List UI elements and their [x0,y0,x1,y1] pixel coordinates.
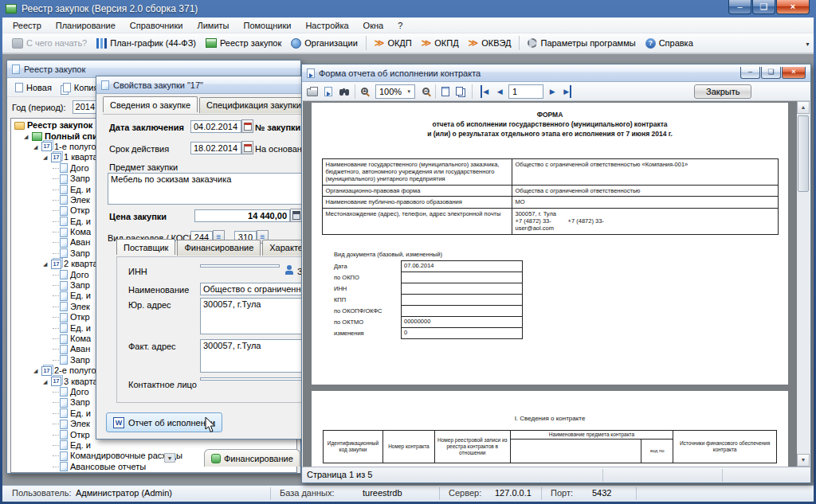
first-page-button[interactable]: ◀ [478,85,491,98]
okved-button[interactable]: ≫ОКВЭД [464,34,516,52]
tree-item-label: Элек [70,419,90,429]
tree-connector-line [53,349,59,350]
tree-connector-line [53,307,59,307]
menu-item[interactable]: Лимиты [190,19,236,32]
new-button[interactable]: Новая [12,82,55,93]
program-params-button[interactable]: Параметры программы [523,34,640,52]
tree-item[interactable]: Запрос предложений [11,472,296,473]
info-label: Местонахождение (адрес), телефон, адрес … [322,208,512,234]
tab-scroll-button[interactable]: ▼ [164,453,175,463]
tab-purchase-info[interactable]: Сведения о закупке [103,96,198,112]
tree-connector-line [53,232,59,232]
menu-item[interactable]: Справочники [123,19,190,32]
tree-connector-line [53,178,59,179]
tab-purchase-spec[interactable]: Спецификация закупки [199,97,308,113]
contract-table: Идентификационный код закупки Номер конт… [323,430,777,463]
document-icon [60,398,68,408]
purchase-registry-button[interactable]: Реестр закупок [201,34,286,52]
plan-schedule-button[interactable]: План-график (44-ФЗ) [92,34,201,52]
page-setup-icon[interactable] [441,87,449,96]
document-icon [60,281,68,291]
tree-item-label: Запр [70,174,90,184]
term-input[interactable]: 18.02.2014 [190,142,241,154]
start-button[interactable]: С чего начать? [7,34,92,52]
start-icon [12,38,23,49]
menu-item[interactable]: Помощники [236,19,298,32]
code-value: 07.06.2014 [401,260,523,272]
price-input[interactable]: 14 440,00 [194,209,290,222]
tree-expander-icon[interactable]: ◢ [43,152,51,162]
main-window: Реестр закупок (Версия 2.0 сборка 371) –… [0,0,816,504]
date-input[interactable]: 04.02.2014 [190,120,241,133]
tree-expander-icon[interactable]: ◢ [43,259,51,269]
tree-expander-icon[interactable]: ◢ [43,377,51,387]
document-icon [60,462,68,471]
minimize-button[interactable]: – [740,67,760,79]
close-icon[interactable]: × [782,67,806,79]
date-label: Дата заключения [109,123,184,132]
close-button[interactable]: × [776,0,810,14]
tree-item-label: Ед. и [70,291,91,301]
report-page-status: Страница 1 из 5 [307,470,372,479]
port-value: 5432 [592,488,611,498]
tree-connector-line [53,275,59,275]
maximize-button[interactable]: ❏ [761,67,781,79]
statusbar-separator [439,487,440,500]
organizations-button[interactable]: Организации [286,34,363,52]
dialog-icon [101,80,109,90]
tree-expander-icon[interactable]: ◢ [33,142,41,152]
main-toolbar: С чего начать? План-график (44-ФЗ) Реест… [2,33,814,54]
date-calendar-button[interactable] [241,119,253,133]
maximize-button[interactable]: ❏ [752,0,775,14]
menu-item[interactable]: Реестр [6,19,49,32]
tab-finance[interactable]: Финансирование [204,449,300,467]
tree-expander-icon[interactable]: ◢ [24,131,32,142]
menu-item[interactable]: Окна [356,19,391,32]
info-row: Местонахождение (адрес), телефон, адрес … [322,208,778,234]
registry-title: Реестр закупок [24,64,85,74]
year-label: Год (период): [12,103,66,112]
scrollbar-thumb[interactable] [798,115,809,192]
person-search-icon[interactable] [284,265,294,275]
period-icon: 17 [41,366,52,376]
page-number-input[interactable]: 1 [508,84,543,99]
tree-connector-line [53,210,59,211]
price-calculator-button[interactable] [290,209,302,222]
close-report-button[interactable]: Закрыть [694,84,751,99]
inn-input[interactable] [200,264,280,268]
menu-item[interactable]: Планирование [49,19,123,32]
contract-col-number: Номер контракта [382,431,434,463]
tree-connector-line [53,189,59,190]
scroll-up-icon[interactable]: ▲ [797,101,810,114]
okdp-button[interactable]: ≫ОКДП [370,34,417,52]
zoom-select[interactable]: 100% ▼ [375,84,415,99]
document-icon [60,440,68,450]
scroll-down-icon[interactable]: ▼ [797,454,810,467]
report-toolbar: + 100% ▼ − ◀ ◀ 1 ▶ ▶ Закрыть [302,82,810,101]
export-icon[interactable] [324,87,332,96]
minimize-button[interactable]: – [728,0,751,14]
tab-financing[interactable]: Финансирование [177,240,261,256]
zoom-in-icon[interactable]: + [361,88,368,95]
tree-expander-icon[interactable]: ◢ [33,365,41,376]
term-calendar-button[interactable] [241,141,253,154]
zoom-out-icon[interactable]: − [422,88,430,95]
next-page-button[interactable]: ▶ [546,85,559,98]
report-info-table: Наименование государственного (муниципал… [322,158,779,235]
code-row: КПП [334,295,788,306]
two-pages-icon[interactable] [456,87,463,96]
help-button[interactable]: ?Справка [641,34,698,52]
server-value: 127.0.0.1 [495,488,532,498]
prev-page-button[interactable]: ◀ [493,85,506,98]
preview-scrollbar[interactable]: ▲ ▼ [797,101,810,467]
tree-connector-line [53,455,59,456]
print-icon[interactable] [307,88,318,96]
menu-item[interactable]: Настройка [298,19,355,32]
find-icon[interactable] [339,89,343,96]
tree-item-label: 2-е полугод [54,365,101,376]
okpd-button[interactable]: ≫ОКПД [417,34,464,52]
tab-supplier[interactable]: Поставщик [116,239,175,255]
toolbar-overflow-icon[interactable]: ▼ [805,41,810,47]
last-page-button[interactable]: ▶ [561,85,574,98]
menu-item[interactable]: ? [390,19,410,32]
